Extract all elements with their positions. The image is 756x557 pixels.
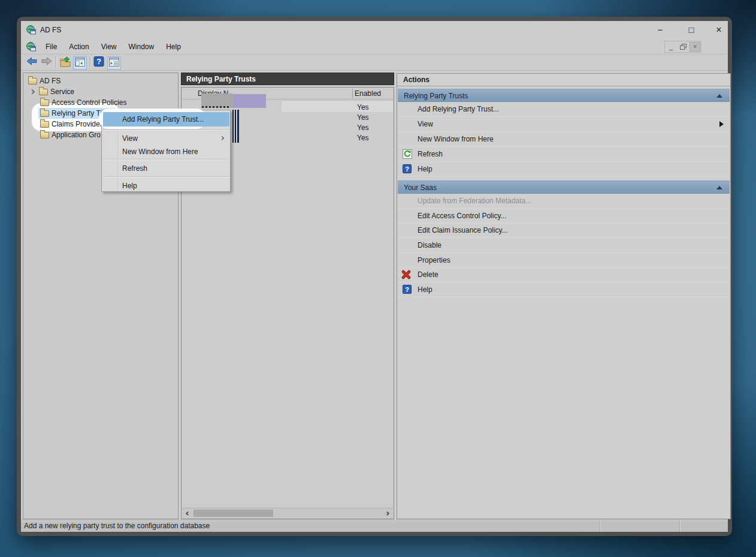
help-icon: ? <box>403 164 412 173</box>
tree-item-relying-party-trusts[interactable]: Relying Party Tr <box>40 108 102 119</box>
results-pane-title: Relying Party Trusts <box>181 73 394 85</box>
folder-icon <box>40 110 49 117</box>
selected-row-highlight <box>282 101 393 112</box>
context-menu-help[interactable]: Help <box>103 179 229 192</box>
mdi-restore-button[interactable] <box>678 42 688 52</box>
action-help[interactable]: ? Help <box>398 162 730 177</box>
title-bar[interactable]: AD FS − □ × <box>21 21 728 39</box>
tree-item-service[interactable]: Service <box>31 86 74 97</box>
mdi-minimize-button[interactable]: _ <box>666 42 676 52</box>
svg-text:?: ? <box>405 286 409 293</box>
status-panel-divider <box>679 521 681 532</box>
actions-pane: Actions Relying Party Trusts Add Relying… <box>397 73 731 519</box>
folder-icon <box>39 89 48 95</box>
adfs-app-icon <box>26 25 36 35</box>
action-edit-access-control-policy[interactable]: Edit Access Control Policy... <box>398 209 730 224</box>
toolbar: ? <box>21 55 728 71</box>
close-button[interactable]: × <box>710 22 728 38</box>
action-update-from-federation-metadata[interactable]: Update from Federation Metadata... <box>398 194 730 209</box>
context-menu-new-window-from-here[interactable]: New Window from Here <box>103 145 229 158</box>
action-delete[interactable]: Delete <box>398 267 730 282</box>
minimize-button[interactable]: − <box>651 22 669 38</box>
action-view[interactable]: View <box>398 117 730 132</box>
list-row-enabled[interactable]: Yes <box>357 124 369 132</box>
collapse-icon[interactable] <box>716 94 722 98</box>
scroll-right-button[interactable] <box>383 508 393 518</box>
redaction-overlay <box>202 106 231 108</box>
mdi-close-button[interactable]: × <box>690 42 700 52</box>
submenu-chevron-icon <box>220 136 224 140</box>
tree-item-adfs-root[interactable]: AD FS <box>28 76 61 86</box>
menu-separator <box>103 159 229 159</box>
help-icon: ? <box>403 285 412 294</box>
menu-action[interactable]: Action <box>63 39 95 55</box>
folder-icon <box>40 100 49 106</box>
adfs-console-window: AD FS − □ × File Action View Window Help… <box>17 17 732 536</box>
column-enabled[interactable]: Enabled <box>355 89 381 98</box>
action-help-saas[interactable]: ? Help <box>398 282 730 297</box>
restore-icon <box>680 44 687 50</box>
context-menu: Add Relying Party Trust... View New Wind… <box>101 110 231 192</box>
redaction-overlay <box>232 110 240 143</box>
console-tree-icon <box>75 58 85 67</box>
show-console-tree-button[interactable] <box>73 56 87 70</box>
svg-text:?: ? <box>96 58 101 66</box>
section-header-relying-party-trusts[interactable]: Relying Party Trusts <box>398 89 730 102</box>
action-disable[interactable]: Disable <box>398 238 730 253</box>
status-text: Add a new relying party trust to the con… <box>24 522 210 530</box>
status-panel-divider <box>600 521 601 532</box>
maximize-button[interactable]: □ <box>682 22 700 38</box>
menu-separator <box>103 130 229 130</box>
context-menu-view[interactable]: View <box>103 132 229 145</box>
back-icon[interactable] <box>26 56 38 66</box>
status-bar: Add a new relying party trust to the con… <box>21 520 728 532</box>
menu-view[interactable]: View <box>95 39 123 55</box>
collapse-icon[interactable] <box>716 186 722 189</box>
toolbar-separator <box>90 56 91 68</box>
tree-item-application-groups[interactable]: Application Gro <box>40 130 101 140</box>
folder-icon <box>40 121 49 128</box>
context-menu-add-relying-party-trust[interactable]: Add Relying Party Trust... <box>103 112 229 127</box>
menu-help[interactable]: Help <box>160 39 187 55</box>
svg-text:?: ? <box>405 165 409 173</box>
list-row-enabled[interactable]: Yes <box>357 113 369 122</box>
horizontal-scrollbar[interactable] <box>182 508 393 518</box>
list-row-enabled[interactable]: Yes <box>357 103 369 112</box>
redaction-overlay <box>233 94 266 108</box>
menu-bar: File Action View Window Help _ × <box>21 39 728 55</box>
tree-item-claims-provider[interactable]: Claims Provider <box>40 119 102 130</box>
tree-item-access-control-policies[interactable]: Access Control Policies <box>40 97 126 108</box>
menu-window[interactable]: Window <box>123 39 161 55</box>
menu-file[interactable]: File <box>40 39 63 55</box>
action-edit-claim-issuance-policy[interactable]: Edit Claim Issuance Policy... <box>398 223 730 238</box>
folder-icon <box>40 132 49 139</box>
action-new-window-from-here[interactable]: New Window from Here <box>398 132 730 147</box>
action-pane-icon <box>109 58 119 67</box>
delete-icon <box>401 270 411 279</box>
console-icon <box>26 42 36 52</box>
folder-icon <box>28 78 37 85</box>
menu-separator <box>103 176 229 177</box>
mdi-window-controls: _ × <box>664 41 701 53</box>
expand-chevron-icon[interactable] <box>30 89 35 94</box>
forward-icon[interactable] <box>41 56 53 66</box>
action-refresh[interactable]: Refresh <box>398 147 730 162</box>
list-row-enabled[interactable]: Yes <box>357 134 369 142</box>
submenu-arrow-icon <box>719 121 724 127</box>
show-action-pane-button[interactable] <box>107 56 121 70</box>
export-folder-icon[interactable] <box>59 56 71 68</box>
column-divider[interactable] <box>352 89 353 98</box>
window-title: AD FS <box>40 26 61 34</box>
actions-pane-title: Actions <box>397 74 730 86</box>
scroll-left-button[interactable] <box>182 508 192 518</box>
toolbar-separator <box>56 56 57 68</box>
refresh-icon <box>403 149 412 159</box>
section-header-your-saas[interactable]: Your Saas <box>398 180 730 194</box>
action-properties[interactable]: Properties <box>398 253 730 268</box>
help-toolbar-icon[interactable]: ? <box>93 56 104 67</box>
context-menu-refresh[interactable]: Refresh <box>103 162 229 175</box>
action-add-relying-party-trust[interactable]: Add Relying Party Trust... <box>398 102 730 117</box>
scrollbar-thumb[interactable] <box>193 510 273 517</box>
